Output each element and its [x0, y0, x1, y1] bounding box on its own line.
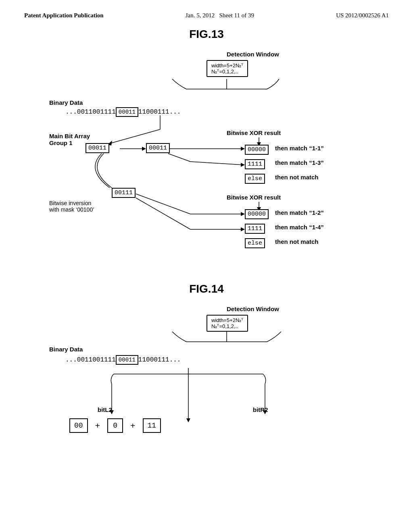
binary-boxed-14: 00011	[116, 355, 138, 365]
sheet-number: Sheet 11 of 39	[219, 12, 254, 19]
detection-window-label-14: Detection Window	[227, 305, 279, 313]
bottom-row-14: 00 + 0 + 11	[69, 418, 161, 433]
binary-data-label-14: Binary Data	[49, 346, 83, 353]
bitR2-label: bitR2	[253, 406, 268, 413]
svg-line-12	[136, 194, 190, 214]
xor-box2-00000: 00000	[245, 209, 269, 219]
header-right: US 2012/0002526 A1	[336, 11, 389, 20]
svg-marker-6	[142, 147, 146, 151]
xor-not-match1: then not match	[275, 174, 319, 181]
xor-result2-label: Bitwise XOR result	[227, 194, 281, 201]
svg-line-3	[110, 129, 160, 143]
publication-date: Jan. 5, 2012	[186, 12, 215, 19]
publication-title: Patent Application Publication	[24, 12, 104, 19]
box-0: 0	[107, 418, 123, 433]
svg-line-9	[168, 154, 190, 162]
detection-window-label-13: Detection Window	[227, 51, 279, 58]
binary-data-value-14: ...00110011110001111000111...	[65, 355, 181, 365]
binary-data-value-13: ...00110011110001111000111...	[65, 107, 181, 117]
xor-else1: else	[245, 174, 265, 184]
binary-right-13: 11000111...	[138, 108, 181, 116]
svg-marker-11	[241, 163, 245, 167]
xor-box1-00000: 00000	[245, 145, 269, 155]
svg-line-10	[190, 162, 243, 165]
dw-line2-14: N₂ᵀ=0,1,2,..	[211, 323, 243, 329]
box-00: 00	[69, 418, 88, 433]
patent-number: US 2012/0002526 A1	[336, 12, 389, 19]
dw-line1-13: width=5+2N₂ᵀ	[211, 62, 243, 69]
svg-marker-32	[186, 418, 190, 422]
bitwise-inversion-label: Bitwise inversion with mask ‘00100’	[49, 200, 94, 213]
fig13-title: FIG.13	[24, 28, 389, 41]
plus2: +	[130, 420, 136, 431]
xor-else2: else	[245, 238, 265, 248]
box-00111: 00111	[112, 188, 136, 198]
svg-line-15	[136, 198, 190, 229]
svg-marker-8	[241, 147, 245, 151]
svg-marker-17	[241, 227, 245, 231]
xor-match2-1: then match “1-2”	[275, 209, 324, 216]
dw-line1-14: width=5+2N₂ᵀ	[211, 317, 243, 323]
fig13-diagram: Detection Window width=5+2N₂ᵀ N₂ᵀ=0,1,2,…	[29, 45, 384, 270]
xor-match1-1: then match “1-1”	[275, 145, 324, 152]
binary-right-14: 11000111...	[138, 356, 181, 364]
fig13-svg	[29, 45, 384, 270]
svg-marker-14	[241, 212, 245, 216]
xor-result1-label: Bitwise XOR result	[227, 129, 281, 137]
xor-box2-1111: 1111	[245, 224, 265, 234]
xor-match1-2: then match “1-3”	[275, 159, 324, 166]
fig13-section: FIG.13	[0, 20, 413, 278]
box-00011-left: 00011	[86, 143, 109, 153]
binary-left-13: ...0011001111	[65, 108, 116, 116]
fig14-section: FIG.14 Detect	[0, 278, 413, 481]
fig14-diagram: Detection Window width=5+2N₂ᵀ N₂ᵀ=0,1,2,…	[29, 299, 384, 473]
header-left: Patent Application Publication	[24, 11, 104, 20]
fig14-title: FIG.14	[24, 283, 389, 295]
main-bit-array-label: Main Bit Array Group 1	[49, 133, 90, 146]
xor-not-match2: then not match	[275, 238, 319, 245]
box-11: 11	[143, 418, 161, 433]
plus1: +	[95, 420, 100, 431]
box-00011-right: 00011	[146, 143, 170, 153]
xor-box1-1111: 1111	[245, 159, 265, 169]
detection-window-box-13: width=5+2N₂ᵀ N₂ᵀ=0,1,2,..	[206, 60, 248, 77]
binary-left-14: ...0011001111	[65, 356, 116, 364]
xor-match2-2: then match “1-4”	[275, 224, 324, 231]
dw-line2-13: N₂ᵀ=0,1,2,..	[211, 69, 243, 75]
detection-window-box-14: width=5+2N₂ᵀ N₂ᵀ=0,1,2,..	[206, 315, 248, 332]
header-center: Jan. 5, 2012 Sheet 11 of 39	[186, 11, 254, 20]
page-header: Patent Application Publication Jan. 5, 2…	[0, 0, 413, 20]
binary-boxed-13: 00011	[116, 107, 138, 117]
bitL2-label: bitL2	[98, 406, 112, 413]
binary-data-label-13: Binary Data	[49, 99, 83, 106]
